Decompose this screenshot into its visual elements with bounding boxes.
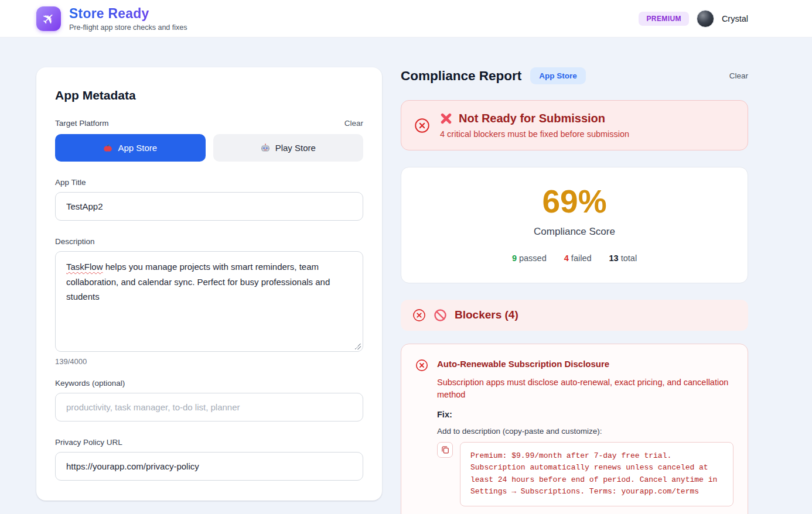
cross-mark-icon [440, 112, 452, 125]
metadata-card-title: App Metadata [55, 88, 363, 102]
robot-icon [261, 143, 270, 153]
app-title: Store Ready [69, 6, 187, 22]
user-name: Crystal [722, 14, 748, 23]
avatar[interactable] [697, 10, 714, 28]
passed-stat: 9 passed [512, 253, 547, 263]
copy-snippet-button[interactable] [437, 442, 453, 458]
description-textarea[interactable]: TaskFlow helps you manage projects with … [55, 251, 363, 352]
play-store-button[interactable]: Play Store [213, 134, 364, 162]
total-stat: 13 total [609, 253, 637, 263]
apple-icon [103, 143, 112, 153]
fix-snippet-code[interactable]: Premium: $9.99/month after 7-day free tr… [460, 442, 733, 506]
report-platform-badge: App Store [530, 67, 586, 84]
keywords-input[interactable] [55, 393, 363, 422]
app-title-label: App Title [55, 178, 363, 187]
description-label: Description [55, 237, 363, 246]
metadata-clear-link[interactable]: Clear [344, 119, 363, 128]
fix-instruction: Add to description (copy-paste and custo… [437, 427, 733, 436]
alert-title-text: Not Ready for Submission [459, 112, 605, 125]
top-bar: ✈ Store Ready Pre-flight app store check… [0, 0, 812, 37]
description-misspelled-word: TaskFlow [66, 262, 103, 272]
brand: ✈ Store Ready Pre-flight app store check… [36, 6, 187, 32]
target-platform-label: Target Platform [55, 119, 109, 128]
not-ready-alert: Not Ready for Submission 4 critical bloc… [401, 100, 748, 150]
app-logo: ✈ [36, 6, 61, 31]
description-text: helps you manage projects with smart rem… [66, 262, 330, 301]
score-value: 69% [413, 185, 736, 219]
error-circle-icon [412, 309, 426, 322]
privacy-policy-input[interactable] [55, 452, 363, 481]
blocker-title: Auto-Renewable Subscription Disclosure [437, 357, 733, 369]
report-title: Compliance Report [401, 68, 521, 84]
failed-stat: 4 failed [564, 253, 592, 263]
airplane-icon: ✈ [39, 9, 59, 29]
compliance-score-card: 69% Compliance Score 9 passed 4 failed 1… [401, 167, 748, 283]
blockers-section-header: Blockers (4) [401, 300, 748, 331]
blockers-title: Blockers (4) [455, 309, 518, 321]
fix-label: Fix: [437, 410, 733, 419]
app-store-button-label: App Store [118, 143, 157, 153]
premium-badge: PREMIUM [639, 12, 688, 26]
app-store-button[interactable]: App Store [55, 134, 206, 162]
play-store-button-label: Play Store [275, 143, 316, 153]
copy-icon [441, 446, 449, 454]
app-title-input[interactable] [55, 192, 363, 221]
app-subtitle: Pre-flight app store checks and fixes [69, 23, 187, 32]
no-entry-icon [434, 309, 447, 322]
alert-subtitle: 4 critical blockers must be fixed before… [440, 129, 735, 139]
keywords-label: Keywords (optional) [55, 379, 363, 388]
app-metadata-card: App Metadata Target Platform Clear App S… [36, 67, 382, 501]
privacy-policy-label: Privacy Policy URL [55, 438, 363, 447]
error-circle-icon [414, 118, 430, 133]
blocker-description: Subscription apps must disclose auto-ren… [437, 376, 733, 401]
score-label: Compliance Score [413, 226, 736, 238]
description-char-count: 139/4000 [55, 357, 363, 366]
blocker-item: Auto-Renewable Subscription Disclosure S… [401, 344, 748, 514]
error-circle-icon [415, 359, 428, 372]
report-clear-link[interactable]: Clear [729, 71, 748, 80]
